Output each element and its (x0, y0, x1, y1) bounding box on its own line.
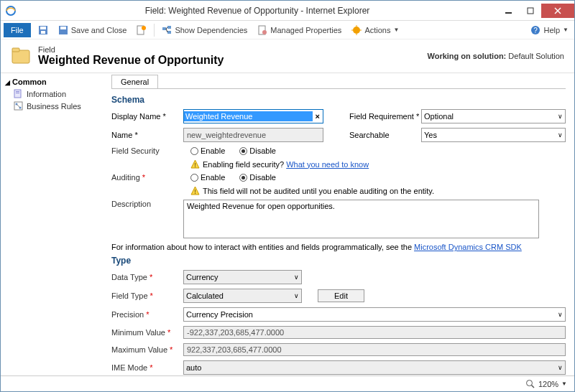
security-info-link[interactable]: What you need to know (286, 160, 369, 169)
auditing-label: Auditing (111, 173, 140, 182)
field-security-disable-radio[interactable]: Disable (239, 146, 276, 155)
tab-general[interactable]: General (111, 75, 158, 88)
solution-indicator: Working on solution: Default Solution (427, 52, 564, 60)
sidebar-group-common[interactable]: ◢Common (5, 76, 104, 88)
svg-point-17 (353, 27, 360, 34)
page-title: Weighted Revenue of Opportunity (38, 54, 427, 67)
sidebar-item-label: Information (27, 90, 66, 98)
save-button[interactable] (35, 24, 51, 37)
name-label: Name (111, 131, 132, 139)
svg-rect-7 (41, 31, 45, 34)
ime-mode-label: IME Mode (111, 363, 147, 372)
ie-icon (5, 5, 17, 17)
file-menu-button[interactable]: File (4, 23, 31, 37)
warning-icon: ! (190, 159, 200, 169)
clear-icon[interactable]: × (313, 112, 323, 121)
max-value-input[interactable] (183, 343, 566, 356)
data-type-label: Data Type (111, 273, 147, 281)
save-and-close-label: Save and Close (71, 26, 127, 34)
name-input[interactable] (183, 128, 323, 142)
chevron-down-icon: ∨ (558, 113, 563, 120)
window-title: Field: Weighted Revenue of Opportunity -… (17, 6, 498, 16)
show-dependencies-button[interactable]: Show Dependencies (159, 24, 250, 37)
min-value-input[interactable] (183, 326, 566, 339)
svg-rect-14 (167, 31, 171, 34)
new-button[interactable] (134, 24, 150, 37)
precision-select[interactable]: Currency Precision∨ (183, 307, 566, 322)
auditing-enable-radio[interactable]: Enable (190, 173, 225, 182)
ime-mode-select[interactable]: auto∨ (183, 360, 566, 375)
svg-text:!: ! (194, 188, 196, 195)
toolbar: File Save and Close Show Dependencies Ma… (1, 21, 574, 39)
chevron-down-icon: ∨ (558, 364, 563, 371)
display-name-label: Display Name (111, 112, 160, 121)
svg-text:!: ! (194, 162, 196, 169)
field-requirement-label: Field Requirement (349, 112, 414, 121)
svg-rect-6 (40, 27, 46, 29)
breadcrumb: Field (38, 45, 427, 54)
zoom-icon[interactable] (525, 379, 535, 389)
zoom-dropdown-icon[interactable]: ▼ (561, 381, 567, 387)
type-section-title: Type (111, 256, 566, 266)
schema-section-title: Schema (111, 95, 566, 105)
svg-rect-24 (16, 93, 19, 93)
chevron-down-icon: ∨ (558, 311, 563, 318)
searchable-select[interactable]: Yes∨ (421, 128, 566, 142)
field-security-enable-radio[interactable]: Enable (190, 146, 225, 155)
svg-rect-23 (16, 91, 19, 92)
sidebar-item-label: Business Rules (27, 102, 81, 111)
managed-properties-label: Managed Properties (270, 26, 341, 34)
sdk-link[interactable]: Microsoft Dynamics CRM SDK (414, 243, 522, 251)
field-icon (11, 46, 32, 66)
help-button[interactable]: ?Help ▼ (528, 24, 571, 37)
window-titlebar: Field: Weighted Revenue of Opportunity -… (1, 1, 574, 21)
field-type-select[interactable]: Calculated∨ (183, 289, 302, 303)
sidebar-item-business-rules[interactable]: Business Rules (5, 100, 104, 112)
page-header: Field Weighted Revenue of Opportunity Wo… (1, 39, 574, 73)
content-panel: General Schema Display Name * Weighted R… (109, 73, 574, 376)
auditing-disable-radio[interactable]: Disable (239, 173, 276, 182)
svg-rect-22 (14, 90, 21, 98)
field-security-label: Field Security (111, 146, 183, 155)
svg-line-34 (531, 385, 534, 388)
window-close-button[interactable] (541, 4, 574, 18)
edit-button[interactable]: Edit (318, 289, 364, 302)
description-label: Description (111, 200, 183, 208)
chevron-down-icon: ∨ (294, 274, 299, 281)
save-and-close-button[interactable]: Save and Close (55, 24, 130, 37)
svg-rect-1 (505, 12, 512, 14)
svg-rect-13 (167, 26, 171, 29)
window-maximize-button[interactable] (520, 4, 541, 18)
svg-point-16 (262, 30, 267, 34)
data-type-select[interactable]: Currency∨ (183, 270, 302, 284)
svg-rect-21 (12, 48, 19, 52)
svg-rect-9 (60, 27, 66, 29)
display-name-input[interactable]: Weighted Revenue × (183, 109, 323, 123)
min-value-label: Minimum Value (111, 328, 165, 337)
searchable-label: Searchable (349, 131, 421, 139)
status-bar: 120% ▼ (1, 375, 574, 391)
svg-rect-2 (528, 8, 533, 14)
actions-label: Actions (364, 26, 390, 34)
precision-label: Precision (111, 310, 144, 319)
help-label: Help (543, 26, 560, 34)
max-value-label: Maximum Value (111, 345, 167, 354)
field-requirement-select[interactable]: Optional∨ (421, 109, 566, 123)
sidebar: ◢Common Information Business Rules (1, 73, 109, 376)
svg-rect-12 (162, 27, 166, 30)
zoom-level[interactable]: 120% (538, 380, 558, 388)
actions-menu-button[interactable]: Actions ▼ (349, 24, 402, 37)
svg-text:?: ? (534, 27, 538, 34)
show-dependencies-label: Show Dependencies (175, 26, 247, 34)
svg-point-11 (142, 26, 146, 30)
managed-properties-button[interactable]: Managed Properties (254, 24, 344, 37)
chevron-down-icon: ∨ (558, 131, 563, 139)
warning-icon: ! (190, 186, 200, 195)
svg-rect-20 (12, 50, 29, 63)
svg-point-33 (526, 380, 532, 386)
field-type-label: Field Type (111, 291, 148, 300)
chevron-down-icon: ∨ (294, 292, 299, 299)
sidebar-item-information[interactable]: Information (5, 88, 104, 100)
window-minimize-button[interactable] (498, 4, 520, 18)
description-textarea[interactable]: Weighted Revenue for open opportunities. (183, 200, 539, 238)
